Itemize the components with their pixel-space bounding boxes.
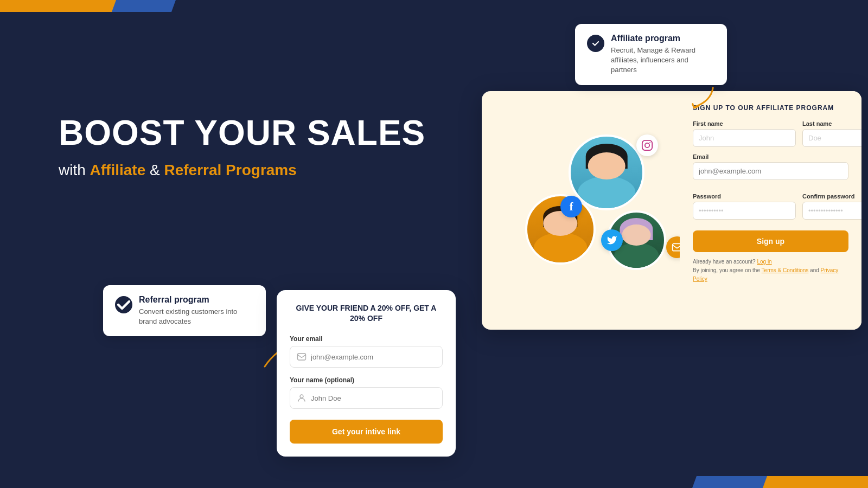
login-link[interactable]: Log in: [757, 259, 771, 265]
referral-name-input[interactable]: [311, 394, 436, 402]
referral-email-label: Your email: [290, 335, 443, 343]
referral-widget-title: GIVE YOUR FRIEND A 20% OFF, GET A 20% OF…: [290, 303, 443, 324]
terms-link[interactable]: Terms & Conditions: [762, 267, 809, 273]
hero-title: BOOST YOUR SALES: [59, 114, 425, 152]
svg-point-2: [649, 142, 650, 143]
confirm-password-label: Confirm password: [802, 193, 861, 200]
referral-name-wrapper: [290, 387, 443, 409]
affiliate-card-description: Recruit, Manage & Reward affiliates, inf…: [611, 46, 715, 75]
hero-section: BOOST YOUR SALES with Affiliate & Referr…: [59, 114, 425, 179]
name-row: First name Last name: [693, 120, 848, 147]
confirm-password-group: Confirm password: [802, 193, 861, 220]
avatar-face: [588, 152, 626, 179]
twitter-icon-badge: [601, 229, 623, 251]
referral-checkmark-icon: [115, 296, 132, 313]
signup-form-title: SIGN UP TO OUR AFFILIATE PROGRAM: [693, 104, 848, 112]
affiliate-check-icon: [587, 35, 604, 52]
avatars-area: f: [482, 91, 680, 330]
main-ui-panel: f SIGN UP TO OUR AFFILIATE PROGRAM First…: [482, 91, 861, 330]
referral-name-label: Your name (optional): [290, 376, 443, 384]
hero-referral-highlight: Referral Programs: [164, 162, 297, 178]
hero-subtitle-prefix: with: [59, 162, 90, 178]
signup-form: SIGN UP TO OUR AFFILIATE PROGRAM First n…: [680, 91, 861, 330]
bg-stripe-orange-bottom: [763, 476, 868, 488]
hero-affiliate-highlight: Affiliate: [90, 162, 146, 178]
referral-card-description: Convert existing customers into brand ad…: [139, 307, 254, 326]
email-label: Email: [693, 153, 848, 160]
affiliate-program-card: Affiliate program Recruit, Manage & Rewa…: [575, 24, 727, 85]
first-name-group: First name: [693, 120, 796, 147]
last-name-input[interactable]: [802, 129, 861, 147]
last-name-group: Last name: [802, 120, 861, 147]
email-icon-badge: [666, 236, 680, 258]
email-group: Email: [693, 153, 848, 187]
facebook-icon-badge: f: [560, 196, 582, 217]
referral-check-icon: [115, 296, 132, 313]
signup-button[interactable]: Sign up: [693, 230, 848, 252]
referral-widget: GIVE YOUR FRIEND A 20% OFF, GET A 20% OF…: [277, 290, 456, 457]
email-input-icon: [297, 352, 307, 362]
confirm-password-input[interactable]: [802, 202, 861, 220]
footer-and: and: [810, 267, 820, 273]
avatar-body-2: [534, 233, 587, 262]
password-input[interactable]: [693, 202, 796, 220]
hero-connector: &: [145, 162, 164, 178]
affiliate-card-title: Affiliate program: [611, 34, 715, 43]
first-name-label: First name: [693, 120, 796, 127]
avatar-face-3: [622, 224, 650, 246]
avatar-man: [569, 134, 644, 210]
avatar-body: [578, 176, 635, 208]
instagram-icon-badge: [636, 134, 658, 156]
referral-email-wrapper: [290, 346, 443, 368]
password-group: Password: [693, 193, 796, 220]
last-name-label: Last name: [802, 120, 861, 127]
referral-card-title: Referral program: [139, 295, 254, 305]
password-row: Password Confirm password: [693, 193, 848, 220]
svg-point-1: [645, 143, 649, 147]
already-account-text: Already have an account?: [693, 259, 756, 265]
referral-program-card: Referral program Convert existing custom…: [103, 285, 266, 336]
email-input[interactable]: [693, 162, 848, 180]
password-label: Password: [693, 193, 796, 200]
svg-point-5: [300, 395, 303, 398]
referral-email-group: Your email: [290, 335, 443, 368]
person-input-icon: [297, 393, 307, 403]
affiliate-card-content: Affiliate program Recruit, Manage & Rewa…: [611, 34, 715, 75]
first-name-input[interactable]: [693, 129, 796, 147]
signup-footer: Already have an account? Log in By joini…: [693, 258, 848, 284]
footer-agree-text: By joining, you agree on the: [693, 267, 760, 273]
hero-subtitle: with Affiliate & Referral Programs: [59, 162, 425, 179]
bg-stripe-orange-top: [0, 0, 116, 12]
referral-name-group: Your name (optional): [290, 376, 443, 409]
avatar-body-3: [614, 243, 659, 268]
svg-rect-4: [298, 354, 306, 360]
referral-email-input[interactable]: [311, 353, 436, 361]
checkmark-icon: [591, 39, 600, 48]
referral-card-content: Referral program Convert existing custom…: [139, 295, 254, 326]
svg-rect-0: [642, 140, 652, 150]
referral-cta-button[interactable]: Get your intive link: [290, 420, 443, 444]
